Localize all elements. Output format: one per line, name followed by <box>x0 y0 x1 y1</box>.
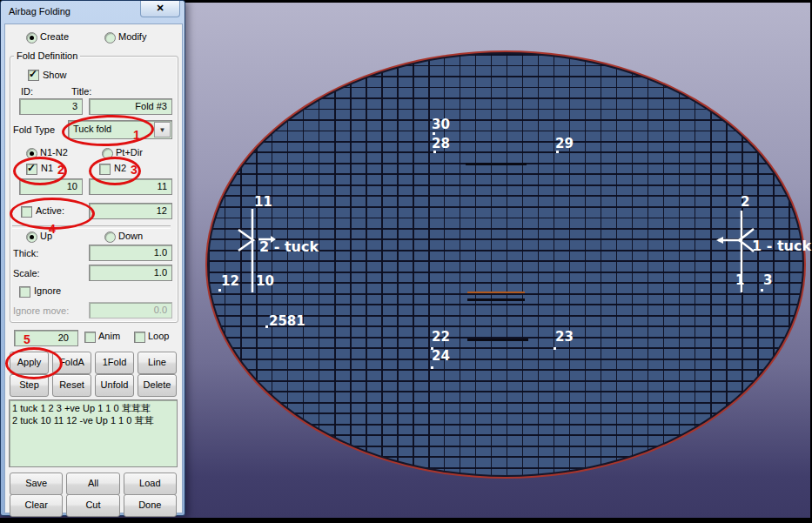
node-label-10: 10 <box>256 275 274 288</box>
n1-field[interactable]: 10 <box>19 178 83 195</box>
title-field[interactable]: Fold #3 <box>89 98 172 115</box>
down-radio[interactable] <box>104 231 116 243</box>
clear-button[interactable]: Clear <box>10 494 63 517</box>
ignore-move-field[interactable]: 0.0 <box>89 302 172 318</box>
done-button[interactable]: Done <box>124 494 177 517</box>
up-label: Up <box>40 231 52 241</box>
file-button-row-1: Save All Load <box>10 473 177 495</box>
fold-type-value: Tuck fold <box>73 124 111 134</box>
airbag-mesh[interactable] <box>207 52 804 477</box>
action-button-row-2: Step Reset Unfold Delete <box>10 374 177 397</box>
scale-field[interactable]: 1.0 <box>89 265 172 281</box>
tuck-label-1: 1 - tuck <box>752 239 811 253</box>
ignore-move-label: Ignore move: <box>13 305 69 316</box>
node-label-12: 12 <box>221 275 239 288</box>
active-label: Active: <box>36 205 64 216</box>
node-label-24: 24 <box>432 350 450 363</box>
modify-radio[interactable] <box>104 32 116 44</box>
modify-label: Modify <box>118 31 146 42</box>
node-label-29: 29 <box>555 137 574 151</box>
fold-list-item[interactable]: 1 tuck 1 2 3 +ve Up 1 1 0 茸茸茸 <box>12 402 174 414</box>
app-window: 30 28 29 11 12 10 2581 22 24 23 2 1 3 2 … <box>0 0 812 523</box>
fold-type-combobox[interactable]: Tuck fold ▼ <box>68 120 172 139</box>
up-radio[interactable] <box>26 231 37 243</box>
ptdir-radio[interactable] <box>102 148 113 159</box>
step-button[interactable]: Step <box>10 374 49 397</box>
check-icon: ✓ <box>29 68 37 80</box>
dialog-title: Airbag Folding <box>9 6 70 17</box>
cut-button[interactable]: Cut <box>66 494 119 517</box>
loop-label: Loop <box>148 331 169 341</box>
n1-label: N1 <box>41 163 53 173</box>
n1n2-radio[interactable] <box>26 148 37 159</box>
show-label: Show <box>43 70 67 80</box>
node-label-2581: 2581 <box>269 315 305 328</box>
radio-dot <box>30 151 34 156</box>
delete-button[interactable]: Delete <box>138 374 177 397</box>
folda-button[interactable]: FoldA <box>52 352 91 374</box>
active-checkbox[interactable] <box>21 206 32 218</box>
airbag-folding-dialog: Airbag Folding ✕ Create Modify Fold Defi… <box>0 0 185 516</box>
ignore-checkbox[interactable] <box>19 286 30 298</box>
n1n2-label: N1-N2 <box>40 147 68 158</box>
node-label-23: 23 <box>555 331 574 344</box>
thick-field[interactable]: 1.0 <box>89 245 172 261</box>
dialog-body: Create Modify Fold Definition ✓ Show ID:… <box>4 23 183 513</box>
ignore-label: Ignore <box>34 285 61 296</box>
line-button[interactable]: Line <box>138 352 177 374</box>
fold-definition-title: Fold Definition <box>14 50 80 61</box>
anim-label: Anim <box>98 331 120 341</box>
node-label-1: 1 <box>735 274 744 287</box>
anim-checkbox[interactable] <box>84 332 96 343</box>
fold-type-label: Fold Type <box>13 124 55 135</box>
save-button[interactable]: Save <box>10 473 63 495</box>
down-label: Down <box>118 231 143 241</box>
create-label: Create <box>40 31 69 42</box>
apply-button[interactable]: Apply <box>10 352 49 374</box>
id-field[interactable]: 3 <box>19 98 83 115</box>
active-field[interactable]: 12 <box>89 203 172 219</box>
check-icon: ✓ <box>27 162 36 174</box>
fold-list-item[interactable]: 2 tuck 10 11 12 -ve Up 1 1 0 茸茸 <box>12 414 174 426</box>
create-radio[interactable] <box>26 32 37 44</box>
unfold-button[interactable]: Unfold <box>95 374 134 397</box>
onefold-button[interactable]: 1Fold <box>95 352 134 374</box>
reset-button[interactable]: Reset <box>52 374 91 397</box>
load-button[interactable]: Load <box>124 473 177 495</box>
close-button[interactable]: ✕ <box>140 1 180 17</box>
show-checkbox[interactable]: ✓ <box>28 70 39 81</box>
node-label-2: 2 <box>741 196 749 209</box>
dialog-titlebar[interactable]: Airbag Folding ✕ <box>1 1 185 23</box>
file-button-row-2: Clear Cut Done <box>10 494 177 517</box>
close-icon: ✕ <box>156 3 164 13</box>
radio-dot <box>30 36 34 40</box>
node-label-30: 30 <box>432 118 450 131</box>
separator <box>12 225 171 229</box>
steps-field[interactable]: 20 <box>14 330 78 346</box>
node-label-11: 11 <box>254 196 272 209</box>
fold-listbox[interactable]: 1 tuck 1 2 3 +ve Up 1 1 0 茸茸茸 2 tuck 10 … <box>9 399 178 467</box>
node-label-28: 28 <box>432 137 450 151</box>
tuck-label-2: 2 - tuck <box>259 240 319 254</box>
n1-checkbox[interactable]: ✓ <box>26 164 37 175</box>
id-label: ID: <box>21 86 33 97</box>
title-label: Title: <box>71 86 91 97</box>
ptdir-label: Pt+Dir <box>116 147 143 158</box>
thick-label: Thick: <box>13 248 38 258</box>
n2-checkbox[interactable] <box>99 164 111 175</box>
n2-label: N2 <box>114 163 126 173</box>
loop-checkbox[interactable] <box>134 332 145 343</box>
node-label-22: 22 <box>432 331 450 344</box>
chevron-down-icon[interactable]: ▼ <box>154 122 171 137</box>
all-button[interactable]: All <box>66 473 119 495</box>
radio-dot <box>30 235 34 239</box>
action-button-row-1: Apply FoldA 1Fold Line <box>10 352 177 374</box>
n2-field[interactable]: 11 <box>89 178 172 195</box>
scale-label: Scale: <box>13 268 40 278</box>
node-label-3: 3 <box>763 274 772 287</box>
